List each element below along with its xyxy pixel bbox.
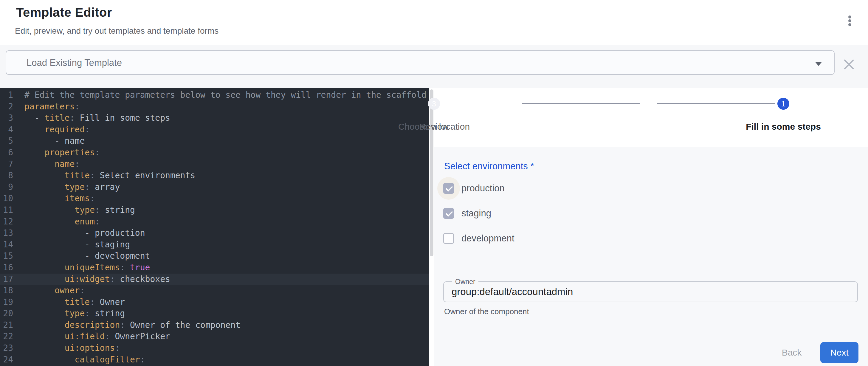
code-line: 12 enum:	[0, 216, 429, 228]
code-line: 10 items:	[0, 193, 429, 205]
line-number: 4	[0, 124, 13, 135]
environment-option-development[interactable]: development	[434, 226, 643, 251]
code-line: 23 ui:options:	[0, 342, 429, 354]
line-number: 13	[0, 227, 13, 239]
owner-input[interactable]	[444, 282, 857, 302]
line-number: 19	[0, 297, 13, 308]
code-line-text: catalogFilter:	[13, 354, 145, 366]
code-line-text: # Edit the template parameters below to …	[13, 89, 427, 101]
line-number: 5	[0, 135, 13, 147]
code-line: 21 description: Owner of the component	[0, 319, 429, 331]
code-line-text: - production	[13, 227, 145, 239]
line-number: 2	[0, 101, 13, 113]
checkbox-checked-icon[interactable]	[443, 183, 454, 194]
line-number: 3	[0, 112, 13, 124]
kebab-vertical-icon	[848, 19, 851, 22]
page-subtitle: Edit, preview, and try out templates and…	[15, 26, 218, 36]
back-button[interactable]: Back	[774, 342, 810, 363]
checkbox-label[interactable]: staging	[461, 208, 491, 219]
line-number: 8	[0, 170, 13, 182]
checkbox-label[interactable]: development	[461, 233, 515, 244]
line-number: 17	[0, 274, 13, 285]
environment-option-production[interactable]: production	[434, 176, 643, 201]
code-line-text: ui:field: OwnerPicker	[13, 331, 170, 342]
load-existing-template-select[interactable]: Load Existing Template	[6, 50, 835, 75]
select-environments-label: Select environments *	[444, 161, 534, 172]
line-number: 7	[0, 158, 13, 170]
code-line-text: items:	[13, 193, 95, 205]
code-line-text: type: string	[13, 308, 125, 319]
code-line: 15 - development	[0, 250, 429, 262]
step-number-badge: 3	[428, 98, 440, 110]
line-number: 20	[0, 308, 13, 319]
code-line: 24 catalogFilter:	[0, 354, 429, 366]
step-label: Review	[420, 122, 448, 132]
code-line-text: ui:widget: checkboxes	[13, 274, 170, 285]
code-line: 20 type: string	[0, 308, 429, 319]
line-number: 10	[0, 193, 13, 205]
kebab-vertical-icon	[848, 23, 851, 26]
code-area[interactable]: 1# Edit the template parameters below to…	[0, 88, 429, 366]
template-picker-bar: Load Existing Template	[0, 45, 868, 88]
code-line: 1# Edit the template parameters below to…	[0, 89, 429, 101]
environment-option-staging[interactable]: staging	[434, 201, 643, 226]
line-number: 11	[0, 205, 13, 216]
template-form-panel: 1Fill in some steps2Choose a location3Re…	[434, 88, 868, 366]
step-number-badge: 1	[777, 98, 789, 110]
code-line-text: title: Owner	[13, 297, 125, 308]
code-line-text: type: array	[13, 182, 120, 193]
code-line-text: uniqueItems: true	[13, 262, 150, 274]
checkbox-label[interactable]: production	[461, 183, 505, 194]
code-line: 14 - staging	[0, 239, 429, 251]
code-line: 11 type: string	[0, 205, 429, 216]
owner-field[interactable]: Owner	[443, 281, 858, 302]
more-options-button[interactable]	[840, 11, 859, 32]
code-line-text: - name	[13, 135, 85, 147]
line-number: 15	[0, 250, 13, 262]
code-line: 4 required:	[0, 124, 429, 135]
line-number: 1	[0, 89, 13, 101]
form-step-fill-in-some-steps: Select environments * productionstagingd…	[434, 147, 868, 366]
line-number: 12	[0, 216, 13, 228]
code-line-text: parameters:	[13, 101, 80, 113]
code-line: 5 - name	[0, 135, 429, 147]
stepper-connector	[522, 103, 640, 104]
code-line-text: enum:	[13, 216, 100, 228]
editor-scrollbar-thumb[interactable]	[430, 89, 433, 256]
code-line-text: description: Owner of the component	[13, 319, 241, 331]
page-title: Template Editor	[16, 5, 112, 20]
code-line: 9 type: array	[0, 182, 429, 193]
checkbox-unchecked-icon[interactable]	[443, 233, 454, 244]
code-line-text: owner:	[13, 285, 85, 297]
code-line: 13 - production	[0, 227, 429, 239]
template-code-editor[interactable]: 1# Edit the template parameters below to…	[0, 88, 434, 366]
code-line-text: required:	[13, 124, 90, 135]
code-line: 19 title: Owner	[0, 297, 429, 308]
code-line: 18 owner:	[0, 285, 429, 297]
code-line-text: ui:options:	[13, 342, 120, 354]
code-line: 22 ui:field: OwnerPicker	[0, 331, 429, 342]
page-header: Template Editor Edit, preview, and try o…	[0, 0, 868, 45]
code-line-text: - title: Fill in some steps	[13, 112, 170, 124]
code-line-text: name:	[13, 158, 80, 170]
clear-template-button[interactable]	[842, 57, 856, 71]
stepper: 1Fill in some steps2Choose a location3Re…	[434, 88, 868, 147]
owner-helper-text: Owner of the component	[444, 307, 529, 316]
step-label: Fill in some steps	[746, 122, 821, 132]
line-number: 18	[0, 285, 13, 297]
line-number: 21	[0, 319, 13, 331]
kebab-vertical-icon	[848, 16, 851, 19]
next-button[interactable]: Next	[820, 342, 859, 363]
code-line: 16 uniqueItems: true	[0, 262, 429, 274]
code-line: 3 - title: Fill in some steps	[0, 112, 429, 124]
code-line: 2parameters:	[0, 101, 429, 113]
checkbox-checked-icon[interactable]	[443, 208, 454, 219]
code-line: 17 ui:widget: checkboxes	[0, 274, 429, 285]
code-line: 7 name:	[0, 158, 429, 170]
line-number: 9	[0, 182, 13, 193]
code-line-text: - development	[13, 250, 150, 262]
load-existing-template-placeholder: Load Existing Template	[27, 58, 122, 68]
code-line-text: title: Select environments	[13, 170, 195, 182]
line-number: 24	[0, 354, 13, 366]
code-line-text: type: string	[13, 205, 135, 216]
